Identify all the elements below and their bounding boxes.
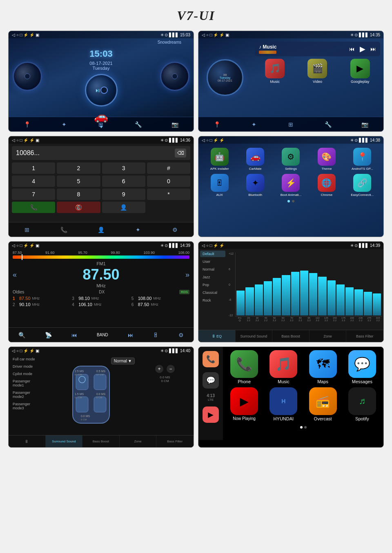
launcher-aux[interactable]: 🎚 AUX: [203, 174, 236, 197]
chrome-icon[interactable]: 🌐: [318, 174, 336, 192]
eq-bar-8[interactable]: [309, 273, 317, 315]
freq-up-btn[interactable]: »: [185, 271, 189, 279]
easy-icon[interactable]: 🔗: [353, 174, 371, 192]
app-icon-music[interactable]: 🎵 Music: [265, 59, 285, 84]
preset-1[interactable]: 1 87.50 MHz: [13, 296, 71, 301]
phone-nav-call[interactable]: 📞: [58, 225, 70, 235]
phone-nav-dialpad[interactable]: ⊞: [21, 225, 33, 235]
freq-down-btn[interactable]: «: [13, 271, 17, 279]
normal-dropdown[interactable]: Normal ▼: [111, 358, 135, 364]
eq-preset-jazz[interactable]: Jazz: [200, 274, 225, 280]
key-2[interactable]: 2: [57, 162, 100, 174]
zone-mode-full[interactable]: Full car mode: [10, 356, 44, 362]
zone-mode-cpilot[interactable]: Cpilot mode: [10, 371, 44, 377]
key-0[interactable]: 0: [147, 175, 190, 187]
eq-bar-2[interactable]: [255, 284, 263, 316]
aux-icon[interactable]: 🎚: [211, 174, 229, 192]
eq-preset-rock[interactable]: Rock: [200, 297, 225, 304]
eq-bar-15[interactable]: [373, 293, 381, 315]
app-icon-google[interactable]: ▶ Googleplay: [350, 59, 370, 84]
carplay-spotify-icon[interactable]: ♬: [348, 387, 376, 415]
key-contacts[interactable]: 👤: [102, 202, 145, 213]
carplay-spotify[interactable]: ♬ Spotify: [344, 387, 380, 421]
video-app-icon[interactable]: 🎬: [307, 59, 327, 78]
zone-mode-pass1[interactable]: Passenger mode1: [10, 378, 44, 389]
eq-bar-11[interactable]: [336, 284, 345, 316]
eq-tab-bass-filter[interactable]: Bass Filter: [346, 330, 383, 342]
zone-mode-pass3[interactable]: Passenger mode3: [10, 401, 44, 411]
key-6[interactable]: 6: [102, 175, 145, 187]
eq-bar-0[interactable]: [236, 291, 245, 315]
backspace-btn[interactable]: ⌫: [175, 149, 186, 158]
nav-wrench[interactable]: 🔧: [132, 120, 144, 129]
eq-preset-default[interactable]: Default: [200, 251, 225, 257]
nav-location-2[interactable]: 📍: [211, 120, 223, 129]
zone-tab-surround[interactable]: Surround Sound: [46, 435, 83, 447]
sidebar-phone-icon[interactable]: 📞: [203, 351, 219, 367]
sidebar-youtube-icon[interactable]: ▶: [203, 406, 219, 423]
zone-plus-btn[interactable]: +: [155, 365, 163, 373]
zone-tab-eq[interactable]: 🎚: [9, 435, 46, 447]
nav-grid-2[interactable]: ⊞: [285, 120, 297, 129]
launcher-bluetooth[interactable]: ✦ Bluetooth: [238, 174, 272, 197]
radio-eq-btn[interactable]: 🎚: [153, 332, 159, 338]
eq-bar-9[interactable]: [318, 277, 326, 315]
prev-btn[interactable]: ⏮: [349, 46, 355, 52]
launcher-boot[interactable]: ⚡ Boot Animati...: [274, 174, 308, 197]
eq-bar-14[interactable]: [364, 292, 372, 315]
apk-icon[interactable]: 🤖: [211, 148, 229, 166]
eq-bar-12[interactable]: [345, 287, 354, 315]
carplay-hyundai[interactable]: H HYUNDAI: [265, 387, 301, 421]
preset-3[interactable]: 3 98.10 MHz: [72, 296, 130, 301]
carplay-messages-icon[interactable]: 💬: [348, 350, 376, 378]
music-bar-controls[interactable]: ⏮ ▶ ⏭: [349, 44, 376, 53]
eq-tab-zone[interactable]: Zone: [310, 330, 347, 342]
eq-tab-eq[interactable]: 🎚 EQ: [198, 330, 236, 342]
key-star[interactable]: *: [147, 189, 190, 200]
zone-tab-bass-boost[interactable]: Bass Boost: [82, 435, 120, 447]
key-hash[interactable]: #: [147, 162, 190, 174]
eq-bar-6[interactable]: [291, 272, 299, 315]
eq-bar-10[interactable]: [327, 280, 336, 315]
carplay-maps-icon[interactable]: 🗺: [309, 350, 337, 378]
key-4[interactable]: 4: [12, 175, 55, 187]
end-call-btn[interactable]: 📵: [57, 202, 100, 213]
launcher-androits[interactable]: 📍 AndroiTS GP...: [345, 148, 379, 171]
nav-bluetooth[interactable]: ✦: [58, 120, 70, 129]
launcher-apk[interactable]: 🤖 APK installer: [203, 148, 236, 171]
nav-grid[interactable]: ⊞: [95, 120, 107, 129]
key-7[interactable]: 7: [12, 189, 55, 200]
carplay-music-icon[interactable]: 🎵: [270, 350, 297, 378]
google-app-icon[interactable]: ▶: [350, 59, 370, 78]
radio-settings-btn[interactable]: ⚙: [178, 332, 184, 338]
sidebar-msg-icon[interactable]: 💬: [203, 372, 219, 389]
app-icon-video[interactable]: 🎬 Video: [307, 59, 327, 84]
zone-mode-driver[interactable]: Driver mode: [10, 363, 44, 370]
eq-preset-pop[interactable]: Pop: [200, 282, 225, 288]
key-5[interactable]: 5: [57, 175, 100, 187]
launcher-chrome[interactable]: 🌐 Chrome: [310, 174, 343, 197]
carmate-icon[interactable]: 🚗: [246, 148, 264, 166]
nav-dvr[interactable]: 📷: [169, 120, 181, 129]
phone-nav-settings[interactable]: ⚙: [169, 225, 181, 235]
next-btn[interactable]: ⏭: [370, 46, 376, 52]
bluetooth-app-icon[interactable]: ✦: [246, 174, 264, 192]
eq-tab-bass-boost[interactable]: Bass Boost: [272, 330, 310, 342]
eq-bar-7[interactable]: [300, 271, 308, 315]
eq-preset-classical[interactable]: Classical: [200, 289, 225, 296]
call-btn[interactable]: 📞: [12, 202, 55, 213]
eq-tab-surround[interactable]: Surround Sound: [236, 330, 273, 342]
carplay-now-playing-icon[interactable]: ▶: [230, 387, 258, 415]
eq-preset-user[interactable]: User: [200, 258, 225, 265]
radio-band-btn[interactable]: BAND: [97, 333, 108, 337]
radio-next-btn[interactable]: ⏭: [128, 332, 134, 338]
preset-2[interactable]: 2 90.10 MHz: [13, 302, 71, 307]
carplay-overcast-icon[interactable]: 📻: [309, 387, 337, 415]
theme-icon[interactable]: 🎨: [318, 148, 336, 166]
key-1[interactable]: 1: [12, 162, 55, 174]
preset-4[interactable]: 4 106.10 MHz: [72, 302, 130, 307]
carplay-now-playing[interactable]: ▶ Now Playing: [226, 387, 262, 421]
launcher-settings[interactable]: ⚙ Settings: [274, 148, 308, 171]
androits-icon[interactable]: 📍: [353, 148, 371, 166]
launcher-carmate[interactable]: 🚗 CarMate: [238, 148, 272, 171]
